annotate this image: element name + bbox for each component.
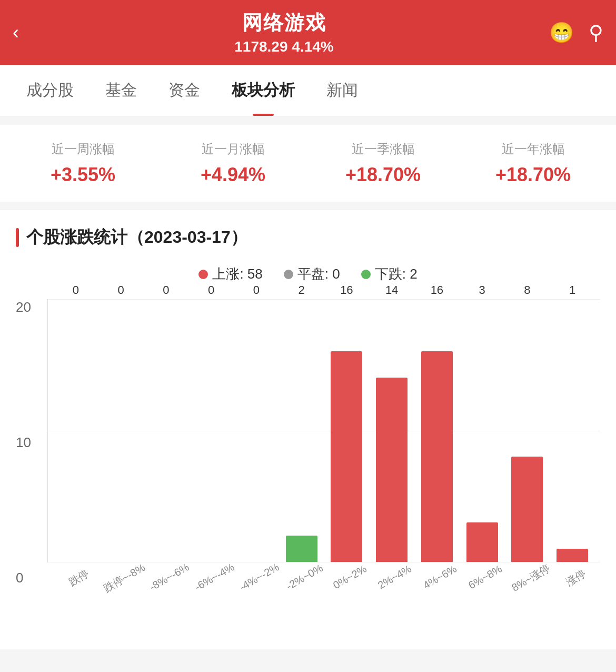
chart-section: 个股涨跌统计（2023-03-17） 上涨: 58 平盘: 0 下跌: 2 20… [0,210,616,649]
bar-4 [241,561,272,562]
legend-down: 下跌: 2 [361,265,418,283]
bar-group-10: 8 [505,299,550,562]
chart-title: 个股涨跌统计（2023-03-17） [16,226,600,249]
bar-label-11: 1 [569,283,575,297]
legend-flat-label: 平盘: 0 [297,265,340,283]
legend-down-label: 下跌: 2 [375,265,418,283]
y-label-10: 10 [16,434,31,451]
bar-label-6: 16 [340,283,353,297]
bar-0 [60,561,92,562]
bar-label-10: 8 [524,283,530,297]
bar-group-6: 16 [324,299,370,562]
bar-8 [421,351,453,562]
header-center: 网络游戏 1178.29 4.14% [19,9,549,55]
x-label-1: 跌停~-8% [101,560,148,596]
stat-month-label: 近一月涨幅 [161,141,305,157]
bar-chart: 20 10 0 000002161416381 跌停跌停~-8%-8%~-6%-… [16,299,600,628]
legend-flat: 平盘: 0 [284,265,340,283]
stat-year-label: 近一年涨幅 [461,141,605,157]
x-label-2: -8%~-6% [147,561,193,596]
bar-3 [195,561,227,562]
tab-bankuai[interactable]: 板块分析 [216,65,311,116]
bar-9 [466,522,498,562]
tab-zijin[interactable]: 资金 [153,65,216,116]
bar-group-4: 0 [234,299,279,562]
y-label-0: 0 [16,570,31,586]
bar-group-7: 14 [369,299,414,562]
bar-label-9: 3 [479,283,485,297]
bar-7 [376,378,408,562]
y-axis: 20 10 0 [16,299,31,586]
stat-week-value: +3.55% [11,164,155,186]
x-label-7: 2%~4% [372,561,419,596]
bar-group-3: 0 [188,299,234,562]
bar-5 [286,536,317,562]
x-axis: 跌停跌停~-8%-8%~-6%-6%~-4%-4%~-2%-2%~0%0%~2%… [47,567,600,586]
stat-year: 近一年涨幅 +18.70% [461,141,605,186]
stat-quarter: 近一季涨幅 +18.70% [311,141,455,186]
legend-down-dot [361,270,371,279]
bar-label-3: 0 [208,283,214,297]
x-label-6: 0%~2% [327,561,374,596]
bar-label-2: 0 [163,283,169,297]
bar-10 [511,457,543,562]
x-label-10: 8%~涨停 [508,561,554,596]
stat-month-value: +4.94% [161,164,305,186]
stat-week: 近一周涨幅 +3.55% [11,141,155,186]
stat-month: 近一月涨幅 +4.94% [161,141,305,186]
stat-quarter-value: +18.70% [311,164,455,186]
bar-label-4: 0 [253,283,260,297]
bar-11 [557,549,588,562]
tabs-bar: 成分股 基金 资金 板块分析 新闻 [0,65,616,116]
y-label-20: 20 [16,299,31,315]
bar-label-0: 0 [73,283,79,297]
bar-group-9: 3 [460,299,505,562]
header-icons: 😁 ⚲ [549,21,603,44]
bar-label-1: 0 [118,283,124,297]
x-label-0: 跌停 [56,561,102,596]
header: ‹ 网络游戏 1178.29 4.14% 😁 ⚲ [0,0,616,65]
back-button[interactable]: ‹ [13,23,19,42]
grid-line-bottom [48,562,600,562]
stat-year-value: +18.70% [461,164,605,186]
bar-label-7: 14 [385,283,398,297]
legend-up-label: 上涨: 58 [212,265,262,283]
bar-label-8: 16 [431,283,443,297]
bar-label-5: 2 [299,283,305,297]
x-label-11: 涨停 [553,561,599,596]
x-label-5: -2%~0% [282,561,329,596]
bar-group-8: 16 [414,299,460,562]
stat-quarter-label: 近一季涨幅 [311,141,455,157]
x-label-8: 4%~6% [418,561,464,596]
stat-week-label: 近一周涨幅 [11,141,155,157]
legend-up: 上涨: 58 [198,265,262,283]
chart-area: 000002161416381 [47,299,600,562]
search-icon[interactable]: ⚲ [589,21,603,44]
robot-icon[interactable]: 😁 [549,21,574,44]
tab-chenfen[interactable]: 成分股 [11,65,90,116]
bars-wrapper: 000002161416381 [48,299,600,562]
x-label-4: -4%~-2% [237,561,283,596]
bar-group-5: 2 [279,299,324,562]
bar-6 [331,351,362,562]
bar-1 [105,561,137,562]
bar-group-11: 1 [550,299,595,562]
bar-2 [150,561,182,562]
page-title: 网络游戏 [19,9,549,36]
legend-up-dot [198,270,208,279]
bar-group-1: 0 [98,299,144,562]
x-label-9: 6%~8% [463,561,509,596]
tab-xinwen[interactable]: 新闻 [311,65,374,116]
legend-flat-dot [284,270,293,279]
tab-jijin[interactable]: 基金 [90,65,153,116]
bar-group-0: 0 [53,299,98,562]
x-label-3: -6%~-4% [192,561,238,596]
chart-legend: 上涨: 58 平盘: 0 下跌: 2 [16,265,600,283]
stats-section: 近一周涨幅 +3.55% 近一月涨幅 +4.94% 近一季涨幅 +18.70% … [0,125,616,202]
header-subtitle: 1178.29 4.14% [19,38,549,55]
bar-group-2: 0 [144,299,189,562]
